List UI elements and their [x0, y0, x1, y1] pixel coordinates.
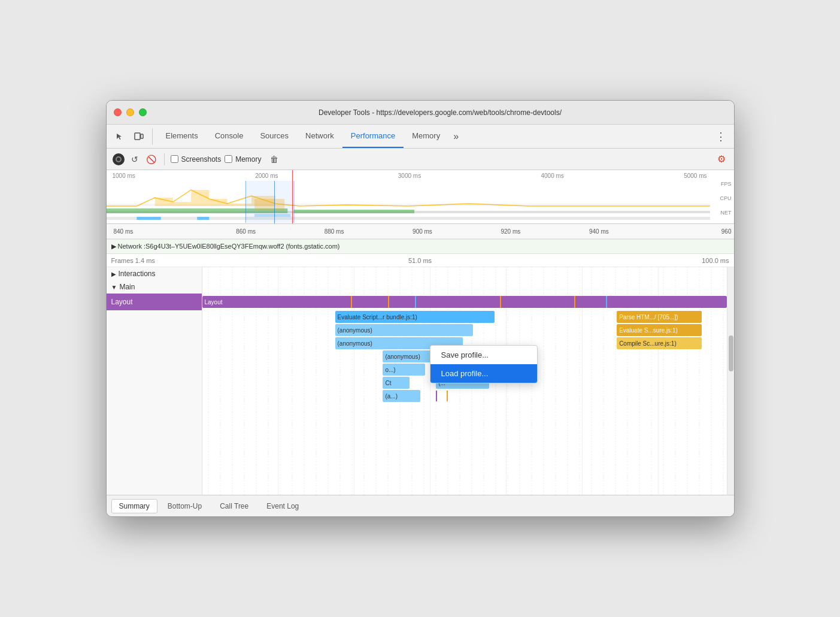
screenshots-label: Screenshots	[181, 155, 222, 164]
divider-1	[164, 153, 165, 165]
layout-tick-1	[351, 296, 352, 308]
memory-checkbox-label[interactable]: Memory	[225, 155, 261, 164]
right-labels: FPS CPU NET	[711, 181, 734, 216]
svg-rect-4	[293, 210, 414, 213]
frames-row: Frames 1.4 ms 51.0 ms 100.0 ms	[107, 254, 734, 267]
svg-rect-10	[245, 181, 245, 223]
context-menu: Save profile... Load profile...	[430, 345, 538, 383]
memory-label: Memory	[235, 155, 261, 164]
frames-center: 51.0 ms	[266, 257, 575, 264]
screenshots-checkbox-label[interactable]: Screenshots	[171, 155, 222, 164]
ms-mark-860: 860 ms	[202, 228, 290, 235]
svg-rect-8	[197, 217, 209, 220]
devtools-tab-bar: Elements Console Sources Network Perform…	[107, 125, 734, 149]
tabs-more-button[interactable]: »	[448, 131, 463, 142]
tab-memory[interactable]: Memory	[404, 125, 448, 148]
svg-rect-13	[254, 214, 290, 217]
frames-right: 100.0 ms	[575, 257, 729, 264]
net-label: NET	[711, 210, 732, 216]
frames-left: Frames 1.4 ms	[111, 257, 266, 264]
tab-event-log[interactable]: Event Log	[259, 499, 307, 513]
timeline-top-ruler: 1000 ms 2000 ms 3000 ms 4000 ms 5000 ms	[113, 170, 707, 181]
stop-button[interactable]: 🚫	[145, 153, 158, 166]
load-profile-item[interactable]: Load profile...	[430, 364, 537, 383]
reload-record-button[interactable]: ↺	[128, 153, 141, 166]
tick-orange-1	[447, 391, 448, 401]
svg-rect-1	[141, 134, 143, 138]
main-arrow: ▼	[111, 284, 117, 291]
o-block[interactable]: o...)	[383, 364, 425, 376]
tab-performance[interactable]: Performance	[342, 125, 404, 148]
clear-button[interactable]: 🗑	[270, 155, 278, 164]
ruler-mark-1: 1000 ms	[113, 173, 135, 179]
evaluate-script-block[interactable]: Evaluate Script...r bundle.js:1)	[335, 311, 495, 323]
tab-summary[interactable]: Summary	[111, 499, 157, 513]
main-label: Main	[119, 283, 135, 291]
minimize-button[interactable]	[126, 108, 134, 116]
flame-row-1: Evaluate Script...r bundle.js:1) Parse H…	[202, 310, 734, 323]
interactions-row[interactable]: ▶ Interactions	[107, 267, 202, 280]
timeline-bottom-ruler: 840 ms 860 ms 880 ms 900 ms 920 ms 940 m…	[107, 224, 734, 240]
tab-menu-button[interactable]: ⋮	[712, 128, 729, 145]
tab-bottom-up[interactable]: Bottom-Up	[160, 499, 210, 513]
a-block[interactable]: (a...)	[383, 390, 420, 402]
layout-tick-5	[574, 296, 575, 308]
settings-button[interactable]: ⚙	[715, 153, 728, 166]
compile-sc-block[interactable]: Compile Sc...ure.js:1)	[617, 337, 702, 349]
interactions-arrow: ▶	[111, 271, 116, 277]
cursor-icon[interactable]	[111, 128, 128, 145]
save-profile-item[interactable]: Save profile...	[430, 346, 537, 364]
flame-row-7: (a...)	[202, 389, 734, 403]
ruler-mark-3: 3000 ms	[398, 173, 421, 179]
main-scrollbar[interactable]	[727, 267, 734, 495]
close-button[interactable]	[114, 108, 122, 116]
tab-network[interactable]: Network	[297, 125, 342, 148]
devtools-window: Developer Tools - https://developers.goo…	[106, 100, 735, 517]
network-row-text: ▶ Network :S6g4U3t–Y5UEw0lE80llgEseQY3FE…	[111, 243, 340, 250]
main-content: ▶ Interactions ▼ Main Layout	[107, 267, 734, 495]
ms-mark-960: 960	[643, 228, 733, 235]
timeline-main: Layout Evaluate Script...r bundle.js:1) …	[202, 267, 734, 495]
ms-mark-920: 920 ms	[466, 228, 554, 235]
cpu-label: CPU	[711, 195, 732, 201]
memory-checkbox[interactable]	[225, 155, 232, 163]
svg-rect-0	[135, 133, 140, 140]
layout-block[interactable]: Layout	[202, 296, 727, 308]
screenshots-checkbox[interactable]	[171, 155, 178, 163]
ct-block[interactable]: Ct	[383, 377, 409, 389]
blue-marker-line	[274, 181, 275, 223]
ms-ruler: 840 ms 860 ms 880 ms 900 ms 920 ms 940 m…	[113, 228, 734, 235]
fullscreen-button[interactable]	[139, 108, 147, 116]
parse-htm-block[interactable]: Parse HTM.../ [705...])	[617, 311, 702, 323]
layout-tick-2	[388, 296, 389, 308]
ms-mark-880: 880 ms	[290, 228, 378, 235]
tab-console[interactable]: Console	[207, 125, 252, 148]
main-spacer	[202, 280, 734, 294]
layout-tick-6	[606, 296, 607, 308]
tab-elements[interactable]: Elements	[157, 125, 207, 148]
network-row[interactable]: ▶ Network :S6g4U3t–Y5UEw0lE80llgEseQY3FE…	[107, 240, 734, 254]
ms-mark-840: 840 ms	[113, 228, 202, 235]
ms-mark-940: 940 ms	[555, 228, 643, 235]
tab-sources[interactable]: Sources	[251, 125, 297, 148]
performance-controls: ↺ 🚫 Screenshots Memory 🗑 ⚙	[107, 149, 734, 170]
tab-call-tree[interactable]: Call Tree	[212, 499, 256, 513]
ruler-mark-5: 5000 ms	[684, 173, 706, 179]
main-row[interactable]: ▼ Main	[107, 280, 202, 294]
window-title: Developer Tools - https://developers.goo…	[154, 108, 727, 117]
svg-rect-7	[137, 217, 160, 220]
layout-tick-4	[500, 296, 501, 308]
record-button[interactable]	[113, 153, 125, 165]
scrollbar-thumb[interactable]	[729, 335, 733, 371]
titlebar: Developer Tools - https://developers.goo…	[107, 101, 734, 125]
timeline-overview[interactable]: 1000 ms 2000 ms 3000 ms 4000 ms 5000 ms …	[107, 170, 734, 224]
tab-icon-group	[111, 128, 153, 145]
layout-row[interactable]: Layout	[107, 294, 202, 310]
bottom-tabs: Summary Bottom-Up Call Tree Event Log	[107, 495, 734, 516]
anonymous-1-block[interactable]: (anonymous)	[335, 324, 474, 336]
ruler-mark-4: 4000 ms	[541, 173, 563, 179]
evaluate-s-block[interactable]: Evaluate S...sure.js:1)	[617, 324, 702, 336]
interactions-spacer	[202, 267, 734, 280]
device-icon[interactable]	[131, 128, 147, 145]
minimap-chart	[107, 181, 710, 223]
